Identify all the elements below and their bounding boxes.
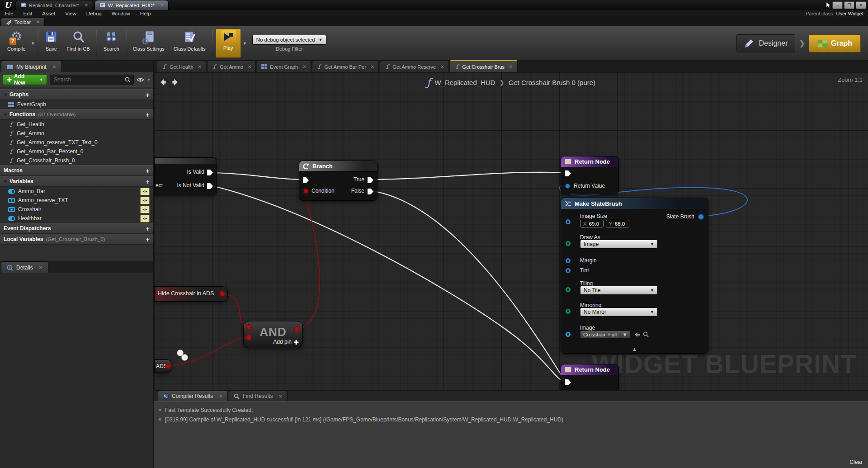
function-item[interactable]: fGet_Ammo — [0, 129, 153, 138]
compile-options-caret-icon[interactable]: ▼ — [31, 41, 35, 46]
graph-tab-get-crosshair-brush[interactable]: fGet Crosshair Brus✕ — [450, 60, 518, 72]
play-options-caret-icon[interactable]: ▼ — [243, 41, 247, 46]
variable-item[interactable]: Healthbar — [0, 214, 153, 223]
add-local-variable-button[interactable]: + — [146, 236, 150, 243]
variable-item[interactable]: Ammo_Bar — [0, 187, 153, 196]
function-item[interactable]: fGet_Ammo_reserve_TXT_Text_0 — [0, 138, 153, 147]
bool-pin-out[interactable] — [219, 291, 225, 297]
section-local-variables[interactable]: Local Variables (Get_Crosshair_Brush_0) … — [0, 234, 153, 245]
asset-tab-replicated-character[interactable]: Replicated_Character* ✕ — [15, 0, 93, 10]
node-is-valid[interactable]: Is Valid ect Is Not Valid — [154, 157, 217, 195]
menu-file[interactable]: File — [0, 11, 19, 16]
search-button[interactable]: Search — [99, 26, 124, 60]
menu-debug[interactable]: Debug — [81, 11, 107, 16]
chevron-down-icon[interactable]: ▼ — [147, 78, 151, 82]
menu-edit[interactable]: Edit — [19, 11, 38, 16]
variable-visibility-toggle[interactable] — [140, 197, 150, 204]
bool-pin-condition[interactable] — [303, 189, 308, 194]
details-tab[interactable]: i Details ✕ — [1, 261, 48, 273]
close-tab-icon[interactable]: ✕ — [440, 64, 444, 69]
struct-pin-slate-brush[interactable] — [698, 214, 704, 220]
graph-item-eventgraph[interactable]: EventGraph — [0, 100, 153, 109]
graph-tab-get-health[interactable]: fGet Health✕ — [157, 61, 206, 72]
tiling-dropdown[interactable]: No Tile ▼ — [580, 286, 658, 295]
node-branch[interactable]: Branch True Condition False — [299, 161, 377, 201]
expander-icon[interactable]: ▼ — [4, 113, 7, 117]
exec-pin-false[interactable] — [368, 189, 373, 194]
variable-visibility-toggle[interactable] — [140, 206, 150, 213]
play-button[interactable]: Play — [216, 28, 241, 58]
variable-item[interactable]: ◉ Crosshair — [0, 205, 153, 214]
class-settings-button[interactable]: ⚙ Class Settings — [128, 26, 169, 60]
close-tab-icon[interactable]: ✕ — [371, 64, 374, 69]
graph-tab-get-ammo-bar[interactable]: fGet Ammo Bar Per✕ — [312, 61, 379, 72]
graph-tab-get-ammo-reserve[interactable]: fGet Ammo Reserve✕ — [380, 61, 448, 72]
exec-pin-in[interactable] — [303, 177, 309, 183]
image-size-x-field[interactable]: X 69.0 — [580, 220, 604, 227]
close-tab-icon[interactable]: ✕ — [219, 394, 222, 399]
add-graph-button[interactable]: + — [146, 91, 150, 98]
close-tab-icon[interactable]: ✕ — [198, 64, 202, 69]
my-blueprint-tab[interactable]: My Blueprint ✕ — [1, 61, 62, 72]
close-tab-icon[interactable]: ✕ — [85, 3, 88, 8]
add-new-button[interactable]: ✚ Add New ▼ — [3, 74, 47, 85]
close-tab-icon[interactable]: ✕ — [39, 265, 42, 270]
add-macro-button[interactable]: + — [146, 167, 150, 174]
add-pin-label[interactable]: Add pin — [273, 339, 292, 345]
exec-pin-in[interactable] — [565, 379, 571, 385]
forward-arrow-icon[interactable] — [171, 78, 179, 87]
minimize-button[interactable]: – — [832, 1, 843, 9]
image-asset-dropdown[interactable]: Crosshair_Full ▼ — [580, 331, 631, 339]
back-arrow-icon[interactable] — [159, 78, 167, 87]
graph-tab-event-graph[interactable]: Event Graph✕ — [257, 61, 311, 72]
close-tab-icon[interactable]: ✕ — [509, 64, 513, 69]
mirroring-dropdown[interactable]: No Mirror ▼ — [580, 307, 658, 317]
blueprint-canvas[interactable]: ƒ W_Replicated_HUD ❯ Get Crosshair Brush… — [154, 72, 868, 390]
breadcrumb-leaf[interactable]: Get Crosshair Brush 0 (pure) — [509, 79, 596, 86]
asset-tab-w-replicated-hud[interactable]: W_Replicated_HUD* ✕ — [94, 0, 169, 10]
image-size-y-field[interactable]: Y 68.0 — [606, 220, 629, 227]
object-pin-image[interactable] — [566, 332, 571, 337]
section-variables[interactable]: ▼ Variables + — [0, 176, 153, 187]
variable-visibility-toggle[interactable] — [140, 215, 150, 222]
draw-as-dropdown[interactable]: Image ▼ — [580, 240, 658, 249]
parent-class-link[interactable]: User Widget — [836, 11, 863, 16]
collapse-node-arrow-icon[interactable]: ▲ — [561, 346, 708, 352]
menu-window[interactable]: Window — [107, 11, 135, 16]
bool-pin-in-1[interactable] — [246, 324, 252, 330]
function-item[interactable]: fGet_Health — [0, 120, 153, 129]
menu-help[interactable]: Help — [135, 11, 156, 16]
debug-object-select[interactable]: No debug object selected ▼ — [252, 35, 327, 45]
compile-button[interactable]: ⚙ ? Compile — [3, 26, 30, 60]
bool-pin-out[interactable] — [294, 326, 300, 332]
function-item[interactable]: fGet_Ammo_Bar_Percent_0 — [0, 147, 153, 156]
close-tab-icon[interactable]: ✕ — [302, 64, 306, 69]
browse-asset-icon[interactable] — [643, 331, 649, 337]
exec-pin-is-valid[interactable] — [207, 170, 213, 175]
node-and[interactable]: AND Add pin ✚ — [243, 321, 303, 348]
reroute-node[interactable] — [181, 354, 188, 361]
bool-pin-in-2[interactable] — [246, 335, 252, 340]
expander-icon[interactable]: ▼ — [4, 180, 7, 184]
struct-pin-return-value[interactable] — [565, 184, 570, 189]
save-button[interactable]: Save — [40, 26, 62, 60]
find-in-cb-button[interactable]: Find in CB — [62, 26, 94, 60]
add-function-button[interactable]: + — [146, 111, 150, 118]
blueprint-search-input[interactable] — [53, 76, 125, 83]
variable-item[interactable]: T Ammo_reserve_TXT — [0, 196, 153, 205]
enum-pin-tiling[interactable] — [566, 287, 571, 292]
exec-pin-in[interactable] — [565, 170, 571, 176]
node-return-top[interactable]: Return Node Return Value — [561, 156, 619, 194]
close-tab-icon[interactable]: ✕ — [160, 3, 164, 8]
find-results-tab[interactable]: Find Results ✕ — [229, 391, 288, 401]
add-pin-plus-icon[interactable]: ✚ — [293, 339, 299, 346]
section-event-dispatchers[interactable]: Event Dispatchers + — [0, 223, 153, 234]
node-make-slatebrush[interactable]: Make SlateBrush Slate Brush Image Size X… — [561, 198, 708, 354]
use-selected-asset-icon[interactable] — [634, 332, 641, 337]
node-ads[interactable]: ADS — [154, 359, 171, 373]
close-tab-icon[interactable]: ✕ — [52, 64, 56, 69]
close-tab-icon[interactable]: ✕ — [278, 394, 282, 399]
expander-icon[interactable]: ▼ — [4, 93, 7, 97]
enum-pin-mirroring[interactable] — [566, 309, 571, 314]
add-variable-button[interactable]: + — [146, 178, 150, 185]
